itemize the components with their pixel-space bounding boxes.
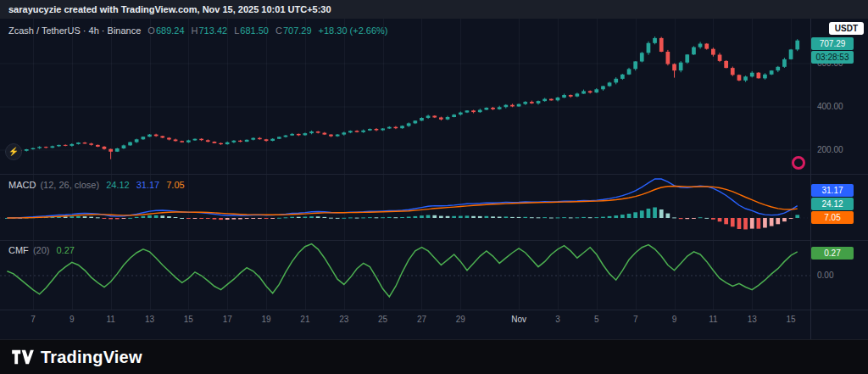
pane-separator[interactable] [0, 240, 868, 241]
macd-title[interactable]: MACD (12, 26, close) [8, 180, 99, 190]
time-axis-label: 29 [456, 315, 465, 324]
change-value: +18.30 (+2.66%) [319, 25, 388, 36]
symbol-title[interactable]: Zcash / TetherUS · 4h · Binance [8, 25, 141, 36]
sticker-icon [792, 156, 805, 170]
main-legend: Zcash / TetherUS · 4h · Binance O689.24 … [8, 25, 388, 36]
time-axis-label: 21 [300, 315, 309, 324]
time-axis-label: 9 [70, 315, 75, 324]
currency-button[interactable]: USDT [829, 22, 864, 35]
brand-wordmark: TradingView [41, 348, 142, 367]
cmf-title[interactable]: CMF (20) [8, 245, 49, 255]
tradingview-chart-page: sarayucyzie created with TradingView.com… [0, 0, 868, 374]
macd-line-value: 31.17 [136, 180, 160, 190]
attribution-bar: sarayucyzie created with TradingView.com… [0, 0, 868, 19]
macd-line-badge: 31.17 [811, 184, 854, 197]
cmf-pane[interactable] [0, 240, 810, 310]
cmf-value: 0.27 [56, 245, 74, 255]
time-axis-label: 17 [223, 315, 232, 324]
tradingview-logo[interactable]: TradingView [12, 348, 142, 367]
cmf-value-badge: 0.27 [811, 247, 854, 260]
ohlc-close: C707.29 [275, 25, 312, 36]
macd-signal-value: 7.05 [166, 180, 184, 190]
footer-bar: TradingView [0, 339, 868, 374]
cmf-zero-label: 0.00 [817, 271, 833, 281]
ohlc-high: H713.42 [192, 25, 228, 36]
time-axis[interactable]: 7911131517192123252729Nov3579111315 [0, 310, 810, 328]
time-axis-label: 7 [633, 315, 638, 324]
time-axis-label: 3 [555, 315, 560, 324]
macd-legend: MACD (12, 26, close) 24.12 31.17 7.05 [8, 180, 185, 190]
time-axis-label: Nov [511, 315, 526, 324]
time-axis-label: 27 [417, 315, 426, 324]
time-axis-label: 15 [184, 315, 193, 324]
pane-separator[interactable] [0, 174, 868, 175]
macd-hist-badge: 24.12 [811, 198, 854, 210]
time-axis-label: 7 [31, 315, 36, 324]
time-axis-label: 9 [672, 315, 677, 324]
time-axis-label: 25 [378, 315, 387, 324]
price-axis[interactable]: USDT 707.29 03:28:53 600.00 400.00 200.0… [810, 19, 868, 339]
countdown-badge: 03:28:53 [811, 51, 854, 64]
time-axis-label: 19 [261, 315, 270, 324]
ohlc-low: L681.50 [234, 25, 269, 36]
time-axis-label: 13 [748, 315, 757, 324]
time-axis-label: 15 [787, 315, 796, 324]
time-axis-label: 11 [709, 315, 717, 324]
lightning-icon[interactable]: ⚡ [5, 143, 22, 160]
time-axis-label: 11 [106, 315, 114, 324]
time-axis-label: 5 [594, 315, 599, 324]
time-axis-label: 13 [145, 315, 154, 324]
macd-signal-badge: 7.05 [811, 211, 854, 224]
price-tick-400: 400.00 [817, 102, 843, 112]
ohlc-open: O689.24 [147, 25, 184, 36]
tradingview-logo-mark [12, 348, 34, 366]
macd-hist-value: 24.12 [106, 180, 130, 190]
last-price-badge: 707.29 [811, 37, 854, 50]
time-axis-label: 23 [339, 315, 348, 324]
cmf-legend: CMF (20) 0.27 [8, 245, 75, 255]
price-tick-200: 200.00 [817, 145, 843, 155]
attribution-text: sarayucyzie created with TradingView.com… [8, 4, 331, 14]
price-pane[interactable] [0, 19, 810, 174]
